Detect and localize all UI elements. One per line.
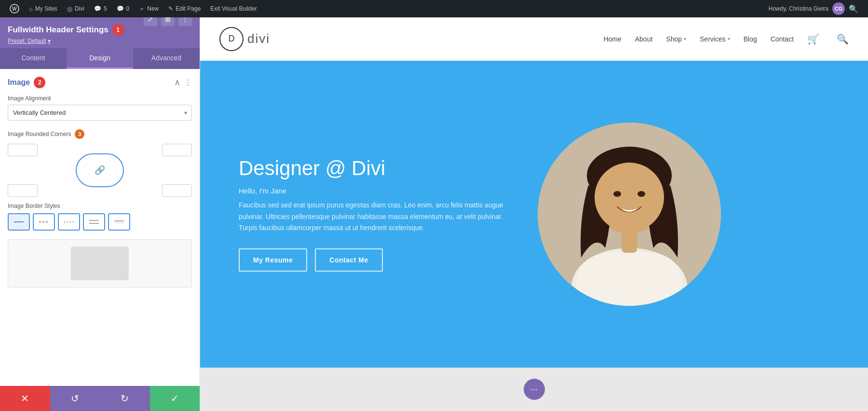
wp-logo-item[interactable]: W bbox=[5, 0, 24, 17]
save-button[interactable]: ✓ bbox=[150, 386, 200, 411]
preset-label: Preset: Default ▾ bbox=[8, 38, 124, 44]
border-styles-label: Image Border Styles bbox=[8, 203, 192, 209]
corner-top-right[interactable]: 500px bbox=[162, 144, 192, 156]
border-style-double[interactable] bbox=[83, 213, 105, 231]
corner-bottom-left[interactable]: 500px bbox=[8, 184, 38, 197]
nav-search-icon[interactable]: 🔍 bbox=[837, 33, 849, 45]
corner-bottom-left-input[interactable]: 500px bbox=[8, 184, 38, 197]
tab-design[interactable]: Design bbox=[67, 48, 133, 69]
collapse-icon[interactable]: ∧ bbox=[174, 77, 180, 88]
logo-text: divi bbox=[247, 31, 270, 46]
panel-resize-icon[interactable]: ⤢ bbox=[144, 17, 157, 26]
panel-layout-icon[interactable]: ⊞ bbox=[161, 17, 175, 26]
svg-point-13 bbox=[595, 163, 664, 232]
corner-top-right-input[interactable]: 500px bbox=[162, 144, 192, 156]
undo-button[interactable]: ↺ bbox=[50, 386, 100, 411]
svg-text:W: W bbox=[12, 6, 17, 12]
user-avatar[interactable]: CG bbox=[832, 2, 845, 15]
floating-action-button[interactable]: ··· bbox=[524, 379, 545, 400]
tab-content[interactable]: Content bbox=[0, 48, 67, 69]
border-style-solid[interactable] bbox=[8, 213, 30, 231]
avatar-image bbox=[538, 123, 721, 306]
bottom-toolbar: ✕ ↺ ↻ ✓ bbox=[0, 386, 200, 411]
new-item[interactable]: ＋ New bbox=[134, 0, 163, 17]
panel-header: Fullwidth Header Settings 1 Preset: Defa… bbox=[0, 17, 200, 48]
image-section-header: Image 2 ∧ ⋮ bbox=[8, 77, 192, 88]
hero-avatar bbox=[538, 123, 721, 306]
nav-contact[interactable]: Contact bbox=[771, 35, 794, 43]
image-alignment-label: Image Alignment bbox=[8, 95, 192, 102]
svg-rect-16 bbox=[622, 229, 637, 253]
settings-panel: Fullwidth Header Settings 1 Preset: Defa… bbox=[0, 17, 200, 411]
corner-bottom-right[interactable]: 500px bbox=[162, 184, 192, 197]
hero-body: Faucibus sed sed erat ipsum purus egesta… bbox=[239, 200, 509, 234]
wp-admin-bar: W ⌂ My Sites ◎ Divi 💬 5 💬 0 ＋ New ✎ Edit… bbox=[0, 0, 868, 17]
logo-circle: D bbox=[219, 27, 244, 51]
section-badge: 2 bbox=[34, 77, 45, 88]
corner-top-left-input[interactable]: 500px bbox=[8, 144, 38, 156]
tab-advanced[interactable]: Advanced bbox=[133, 48, 200, 69]
hero-content: Designer @ Divi Hello, I'm Jane Faucibus… bbox=[239, 157, 509, 272]
hero-subtitle: Hello, I'm Jane bbox=[239, 187, 509, 195]
corner-top-left[interactable]: 500px bbox=[8, 144, 38, 156]
my-resume-button[interactable]: My Resume bbox=[239, 248, 307, 272]
rounded-corners-label: Image Rounded Corners 3 bbox=[8, 129, 192, 139]
edit-page-item[interactable]: ✎ Edit Page bbox=[163, 0, 205, 17]
cancel-button[interactable]: ✕ bbox=[0, 386, 50, 411]
corner-bottom-right-input[interactable]: 500px bbox=[162, 184, 192, 197]
step-badge-1: 1 bbox=[112, 24, 124, 36]
preview-box bbox=[71, 247, 129, 280]
divi-item[interactable]: ◎ Divi bbox=[62, 0, 89, 17]
panel-title: Fullwidth Header Settings 1 bbox=[8, 24, 124, 36]
nav-about[interactable]: About bbox=[635, 35, 653, 43]
nav-home[interactable]: Home bbox=[603, 35, 621, 43]
search-icon[interactable]: 🔍 bbox=[849, 4, 858, 14]
svg-point-14 bbox=[613, 191, 621, 197]
preview-area bbox=[8, 239, 192, 288]
hero-title: Designer @ Divi bbox=[239, 157, 509, 180]
hero-section: Designer @ Divi Hello, I'm Jane Faucibus… bbox=[200, 61, 868, 368]
panel-more-icon[interactable]: ⋮ bbox=[178, 17, 192, 26]
image-alignment-select-wrapper: Left Centered Right Vertically Centered … bbox=[8, 105, 192, 121]
site-nav: D divi Home About Shop ▾ Services ▾ Blog… bbox=[200, 17, 868, 61]
nav-links: Home About Shop ▾ Services ▾ Blog Contac… bbox=[603, 33, 849, 45]
comment-count-item[interactable]: 💬 5 bbox=[89, 0, 112, 17]
border-style-groove[interactable] bbox=[108, 213, 130, 231]
shop-chevron-icon: ▾ bbox=[684, 36, 686, 41]
svg-point-15 bbox=[637, 191, 645, 197]
bubble-count-item[interactable]: 💬 0 bbox=[112, 0, 135, 17]
howdy-section: Howdy, Christina Gwira CG 🔍 bbox=[764, 2, 863, 15]
section-title: Image 2 bbox=[8, 77, 45, 88]
cart-icon[interactable]: 🛒 bbox=[807, 33, 819, 45]
hero-image-area bbox=[538, 123, 721, 306]
border-style-dotted[interactable] bbox=[58, 213, 80, 231]
image-alignment-select[interactable]: Left Centered Right Vertically Centered bbox=[8, 105, 192, 121]
my-sites-item[interactable]: ⌂ My Sites bbox=[24, 0, 62, 17]
nav-shop[interactable]: Shop ▾ bbox=[666, 35, 686, 43]
services-chevron-icon: ▾ bbox=[728, 36, 730, 41]
site-logo: D divi bbox=[219, 27, 270, 51]
hero-buttons: My Resume Contact Me bbox=[239, 248, 509, 272]
nav-services[interactable]: Services ▾ bbox=[700, 35, 730, 43]
nav-blog[interactable]: Blog bbox=[744, 35, 757, 43]
corner-link-icon[interactable]: 🔗 bbox=[76, 153, 124, 187]
gray-section: ··· bbox=[200, 368, 868, 411]
rounded-corners-badge: 3 bbox=[75, 129, 84, 139]
border-styles-row bbox=[8, 213, 192, 231]
panel-tabs: Content Design Advanced bbox=[0, 48, 200, 69]
panel-content: Image 2 ∧ ⋮ Image Alignment Left Centere… bbox=[0, 69, 200, 386]
section-more-icon[interactable]: ⋮ bbox=[184, 78, 192, 87]
website-preview: D divi Home About Shop ▾ Services ▾ Blog… bbox=[200, 17, 868, 411]
exit-builder-item[interactable]: Exit Visual Builder bbox=[205, 0, 262, 17]
redo-button[interactable]: ↻ bbox=[100, 386, 150, 411]
corners-container: 500px 500px 🔗 500px 500px bbox=[8, 144, 192, 197]
contact-me-button[interactable]: Contact Me bbox=[315, 248, 382, 272]
border-style-dashed[interactable] bbox=[33, 213, 55, 231]
